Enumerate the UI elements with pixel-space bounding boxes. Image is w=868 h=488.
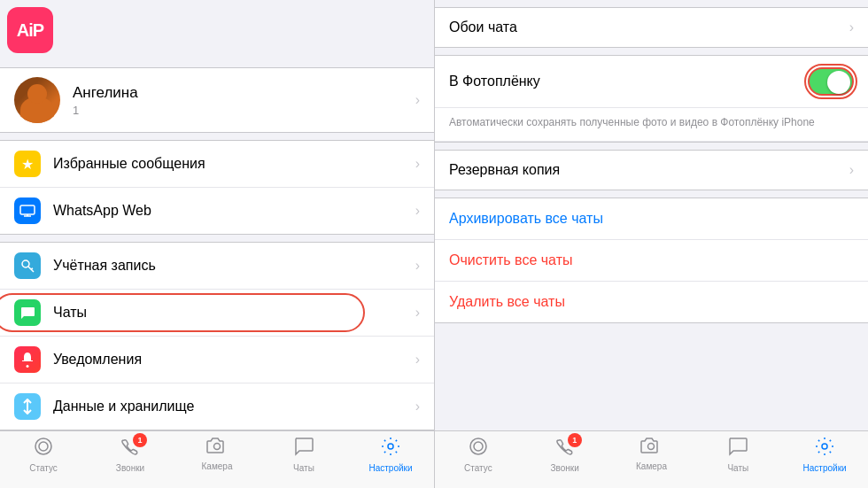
star-icon [21,156,34,173]
clear-all-item[interactable]: Очистить все чаты [435,240,868,282]
right-tab-bar: Статус 1 Звонки Камера [435,430,868,488]
chat-icon-bg [14,299,41,326]
right-calls-badge: 1 [568,433,582,447]
whatsapp-web-label: WhatsApp Web [53,203,415,219]
chats-svg [294,437,314,456]
svg-point-15 [822,444,827,449]
data-item[interactable]: Данные и хранилище › [0,383,434,430]
delete-all-item[interactable]: Удалить все чаты [435,282,868,322]
right-content: Обои чата › В Фотоплёнку Автоматически с… [435,0,868,430]
profile-number: 1 [73,104,415,117]
bell-icon [20,352,35,368]
account-item[interactable]: Учётная запись › [0,243,434,290]
chevron-icon: › [415,92,420,108]
chevron-icon: › [415,156,420,172]
svg-point-9 [39,442,48,451]
svg-point-8 [35,438,51,454]
right-tab-status[interactable]: Статус [435,437,522,473]
chevron-icon: › [415,352,420,368]
aip-logo: AiP [7,7,53,53]
right-chats-icon [728,437,748,461]
save-photos-item[interactable]: В Фотоплёнку [435,56,868,108]
chevron-icon: › [415,203,420,219]
notifications-item[interactable]: Уведомления › [0,337,434,383]
tab-chats[interactable]: Чаты [260,437,347,473]
save-photos-toggle[interactable] [808,67,854,96]
svg-point-12 [470,438,486,454]
calls-icon: 1 [120,437,140,461]
right-chats-svg [728,437,748,456]
tab-calls[interactable]: 1 Звонки [87,437,174,473]
svg-point-14 [648,444,655,450]
chats-label: Чаты [53,305,415,321]
backup-label: Резервная копия [449,162,849,178]
chats-item[interactable]: Чаты › [0,290,434,337]
wallpaper-item[interactable]: Обои чата › [435,8,868,47]
tab-status[interactable]: Статус [0,437,87,473]
profile-section[interactable]: Ангелина 1 › [0,67,434,133]
archive-all-item[interactable]: Архивировать все чаты [435,198,868,240]
tab-camera-label: Камера [202,461,233,471]
data-icon [21,399,34,414]
tab-chats-label: Чаты [293,463,314,473]
tab-settings[interactable]: Настройки [347,437,434,473]
tab-camera[interactable]: Камера [174,437,260,471]
data-icon-bg [14,393,41,420]
starred-item[interactable]: Избранные сообщения › [0,141,434,188]
right-tab-camera[interactable]: Камера [608,437,695,471]
camera-svg [206,437,228,454]
chat-icon [19,306,35,320]
right-tab-camera-label: Камера [636,461,667,471]
right-tab-status-label: Статус [464,463,492,473]
right-calls-icon: 1 [555,437,575,461]
save-photos-label: В Фотоплёнку [449,74,808,89]
action-section: Архивировать все чаты Очистить все чаты … [435,198,868,323]
chevron-icon: › [415,399,420,414]
camera-icon [206,437,228,460]
right-tab-settings-label: Настройки [803,463,847,473]
settings-group-1: Избранные сообщения › WhatsApp Web › [0,140,434,235]
tab-calls-label: Звонки [116,463,144,473]
chevron-icon: › [415,305,420,321]
backup-item[interactable]: Резервная копия › [435,151,868,190]
right-tab-chats-label: Чаты [727,463,748,473]
whatsapp-web-item[interactable]: WhatsApp Web › [0,188,434,234]
chevron-icon: › [415,258,420,274]
svg-rect-0 [20,205,35,214]
status-svg [34,437,53,456]
right-tab-chats[interactable]: Чаты [694,437,781,473]
settings-svg [381,437,400,456]
right-camera-icon [640,437,662,460]
right-panel: Обои чата › В Фотоплёнку Автоматически с… [434,0,868,488]
svg-line-5 [31,268,33,269]
settings-content: Ангелина 1 › Избранные сообщения › [0,0,434,430]
delete-all-label: Удалить все чаты [449,294,565,310]
settings-group-2: Учётная запись › Чаты › [0,242,434,430]
save-photos-toggle-container [808,67,854,96]
backup-section: Резервная копия › [435,150,868,190]
right-tab-calls-label: Звонки [551,463,579,473]
notifications-label: Уведомления [53,352,415,368]
settings-icon [381,437,400,461]
right-tab-settings[interactable]: Настройки [781,437,868,473]
profile-name: Ангелина [73,84,415,102]
key-icon-bg [14,252,41,279]
tab-settings-label: Настройки [368,463,412,473]
svg-point-6 [27,365,29,368]
right-status-svg [469,437,488,456]
wallpaper-section: Обои чата › [435,7,868,48]
save-photos-section: В Фотоплёнку Автоматически сохранять пол… [435,55,868,143]
calls-badge: 1 [133,433,147,447]
right-tab-calls[interactable]: 1 Звонки [522,437,608,473]
left-panel: AiP Ангелина 1 › Избранные сообщения › [0,0,434,488]
chats-tab-icon [294,437,314,461]
key-icon [20,259,35,273]
save-photos-description: Автоматически сохранять полученные фото … [435,108,868,142]
left-tab-bar: Статус 1 Звонки Камера [0,430,434,488]
right-settings-icon [815,437,834,461]
archive-all-label: Архивировать все чаты [449,211,603,227]
star-icon-bg [14,151,41,177]
starred-label: Избранные сообщения [53,156,415,172]
profile-info: Ангелина 1 [73,84,415,117]
right-settings-svg [815,437,834,456]
